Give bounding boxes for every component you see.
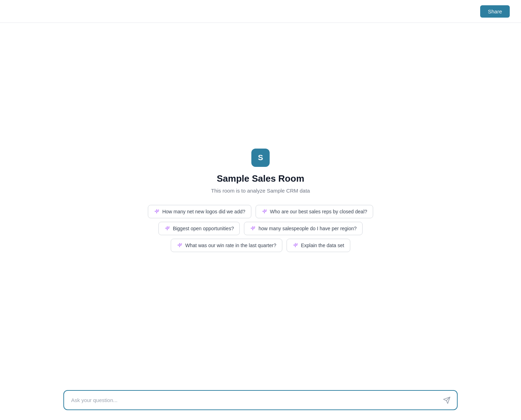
suggestion-salespeople-region-label: how many salespeople do I have per regio… bbox=[258, 226, 357, 231]
room-title: Sample Sales Room bbox=[217, 173, 305, 184]
suggestion-best-reps-label: Who are our best sales reps by closed de… bbox=[270, 209, 367, 214]
input-area bbox=[0, 383, 521, 420]
sparkle-icon-3 bbox=[164, 226, 170, 231]
suggestions-row-2: Biggest open opportunities? how many sal… bbox=[158, 222, 363, 235]
suggestion-open-opps[interactable]: Biggest open opportunities? bbox=[158, 222, 240, 235]
suggestion-net-logos[interactable]: How many net new logos did we add? bbox=[148, 205, 251, 218]
suggestion-best-reps[interactable]: Who are our best sales reps by closed de… bbox=[256, 205, 373, 218]
suggestion-salespeople-region[interactable]: how many salespeople do I have per regio… bbox=[244, 222, 363, 235]
sparkle-icon-6 bbox=[293, 243, 298, 248]
send-button[interactable] bbox=[441, 395, 452, 406]
sparkle-icon-5 bbox=[177, 243, 182, 248]
main-content: S Sample Sales Room This room is to anal… bbox=[0, 0, 521, 420]
suggestion-open-opps-label: Biggest open opportunities? bbox=[173, 226, 234, 231]
room-icon: S bbox=[251, 149, 270, 167]
question-input[interactable] bbox=[64, 391, 457, 409]
center-section: S Sample Sales Room This room is to anal… bbox=[148, 149, 373, 252]
header: Share bbox=[0, 0, 521, 23]
sparkle-icon-2 bbox=[262, 209, 267, 214]
suggestions-row-3: What was our win rate in the last quarte… bbox=[171, 239, 350, 252]
suggestion-explain-data[interactable]: Explain the data set bbox=[287, 239, 350, 252]
suggestion-win-rate-label: What was our win rate in the last quarte… bbox=[185, 243, 276, 248]
room-subtitle: This room is to analyze Sample CRM data bbox=[211, 188, 310, 194]
suggestion-explain-data-label: Explain the data set bbox=[301, 243, 344, 248]
sparkle-icon bbox=[154, 209, 159, 214]
suggestion-win-rate[interactable]: What was our win rate in the last quarte… bbox=[171, 239, 282, 252]
suggestions-container: How many net new logos did we add? Who a… bbox=[148, 205, 373, 252]
suggestion-net-logos-label: How many net new logos did we add? bbox=[162, 209, 245, 214]
input-wrapper bbox=[63, 390, 458, 410]
send-icon bbox=[443, 396, 451, 404]
suggestions-row-1: How many net new logos did we add? Who a… bbox=[148, 205, 373, 218]
share-button[interactable]: Share bbox=[480, 5, 510, 18]
sparkle-icon-4 bbox=[250, 226, 256, 231]
